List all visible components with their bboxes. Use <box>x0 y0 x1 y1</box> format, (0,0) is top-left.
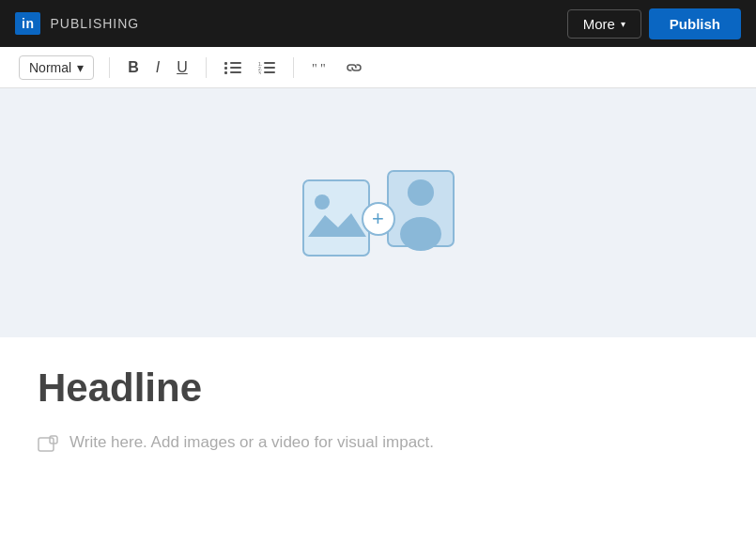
underline-button[interactable]: U <box>170 55 194 80</box>
svg-rect-3 <box>230 67 241 69</box>
svg-rect-11 <box>264 71 275 73</box>
svg-point-16 <box>400 217 441 251</box>
svg-rect-17 <box>303 180 369 256</box>
svg-rect-19 <box>39 438 54 451</box>
style-chevron-icon: ▾ <box>77 60 84 75</box>
add-image-button[interactable]: + <box>362 202 395 236</box>
media-icon <box>38 435 58 459</box>
link-icon <box>346 62 363 73</box>
content-editor: Headline Write here. Add images or a vid… <box>0 337 756 477</box>
svg-text:": " <box>312 62 317 74</box>
svg-rect-4 <box>224 71 227 74</box>
image-upload-placeholder[interactable]: + <box>299 157 458 270</box>
unordered-list-button[interactable] <box>218 57 248 78</box>
ordered-list-icon: 1. 2. 3. <box>258 61 275 74</box>
svg-rect-5 <box>230 71 241 73</box>
more-label: More <box>583 16 615 32</box>
logo-area: in PUBLISHING <box>15 12 139 35</box>
svg-point-15 <box>408 179 434 206</box>
blockquote-button[interactable]: " " <box>305 57 335 78</box>
svg-point-18 <box>315 194 330 210</box>
svg-rect-9 <box>264 67 275 69</box>
header-actions: More ▾ Publish <box>567 8 741 39</box>
publish-button[interactable]: Publish <box>649 8 741 39</box>
body-placeholder[interactable]: Write here. Add images or a video for vi… <box>38 433 718 459</box>
top-navbar: in PUBLISHING More ▾ Publish <box>0 0 756 47</box>
formatting-toolbar: Normal ▾ B I U 1. 2. 3. " " <box>0 47 756 88</box>
linkedin-logo: in <box>15 12 40 35</box>
divider-2 <box>206 57 207 78</box>
svg-rect-0 <box>224 62 227 65</box>
italic-button[interactable]: I <box>149 55 166 80</box>
more-button[interactable]: More ▾ <box>567 9 641 39</box>
divider-1 <box>109 57 110 78</box>
svg-text:": " <box>320 62 326 74</box>
svg-rect-1 <box>230 62 241 64</box>
svg-rect-2 <box>224 67 227 70</box>
app-name: PUBLISHING <box>50 16 139 31</box>
svg-text:3.: 3. <box>258 70 262 74</box>
quote-icon: " " <box>312 61 329 74</box>
body-placeholder-text: Write here. Add images or a video for vi… <box>69 433 434 452</box>
bold-button[interactable]: B <box>121 55 146 80</box>
ordered-list-button[interactable]: 1. 2. 3. <box>252 57 282 78</box>
link-button[interactable] <box>339 58 369 77</box>
cover-image-area[interactable]: + <box>0 88 756 337</box>
divider-3 <box>293 57 294 78</box>
headline-field[interactable]: Headline <box>38 366 718 411</box>
chevron-down-icon: ▾ <box>621 19 625 29</box>
bullet-list-icon <box>224 61 241 74</box>
text-style-label: Normal <box>29 60 71 75</box>
svg-rect-7 <box>264 62 275 64</box>
person-image-icon <box>383 166 458 251</box>
text-style-select[interactable]: Normal ▾ <box>19 55 94 80</box>
